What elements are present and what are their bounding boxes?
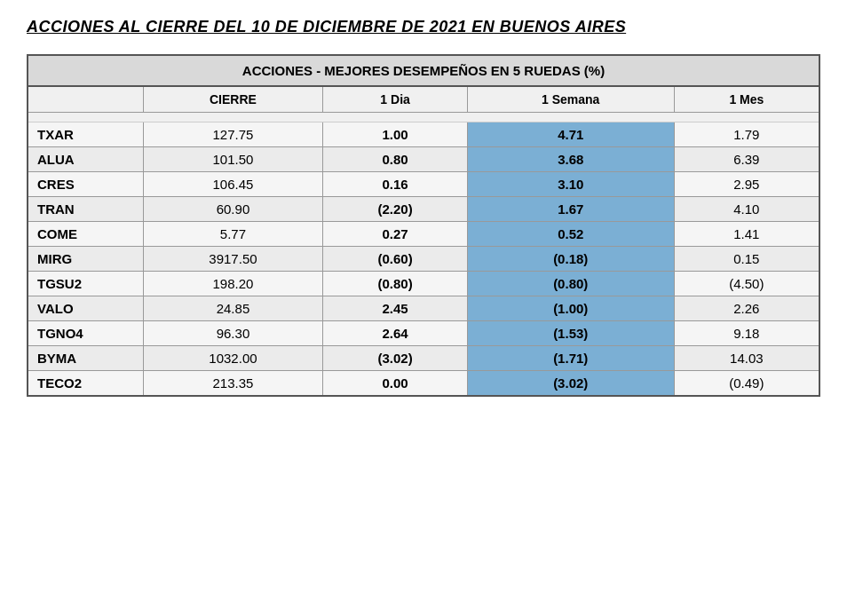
cell-mes: 14.03 xyxy=(674,346,819,371)
cell-dia: 2.64 xyxy=(323,321,467,346)
table-row: TGSU2198.20(0.80)(0.80)(4.50) xyxy=(28,272,819,296)
cell-mes: (4.50) xyxy=(674,272,819,296)
cell-mes: 2.95 xyxy=(674,172,819,197)
cell-semana: 3.10 xyxy=(467,172,674,197)
cell-semana: 3.68 xyxy=(467,147,674,172)
table-row: TECO2213.350.00(3.02)(0.49) xyxy=(28,371,819,397)
table-row: TRAN60.90(2.20)1.674.10 xyxy=(28,197,819,222)
spacer-row xyxy=(28,113,819,122)
cell-ticker: COME xyxy=(28,222,143,247)
cell-dia: 1.00 xyxy=(323,122,467,147)
cell-cierre: 1032.00 xyxy=(143,346,323,371)
cell-mes: 1.79 xyxy=(674,122,819,147)
cell-mes: 6.39 xyxy=(674,147,819,172)
table-row: ALUA101.500.803.686.39 xyxy=(28,147,819,172)
cell-ticker: TRAN xyxy=(28,197,143,222)
cell-semana: 1.67 xyxy=(467,197,674,222)
cell-dia: (0.80) xyxy=(323,272,467,296)
table-row: MIRG3917.50(0.60)(0.18)0.15 xyxy=(28,247,819,272)
cell-mes: 4.10 xyxy=(674,197,819,222)
cell-mes: 1.41 xyxy=(674,222,819,247)
column-header-row: CIERRE 1 Dia 1 Semana 1 Mes xyxy=(28,86,819,113)
table-row: TXAR127.751.004.711.79 xyxy=(28,122,819,147)
cell-dia: (3.02) xyxy=(323,346,467,371)
cell-semana: (0.18) xyxy=(467,247,674,272)
cell-mes: (0.49) xyxy=(674,371,819,397)
cell-cierre: 60.90 xyxy=(143,197,323,222)
cell-semana: (0.80) xyxy=(467,272,674,296)
cell-ticker: ALUA xyxy=(28,147,143,172)
cell-cierre: 101.50 xyxy=(143,147,323,172)
cell-dia: 2.45 xyxy=(323,296,467,321)
cell-dia: 0.27 xyxy=(323,222,467,247)
col-header-mes: 1 Mes xyxy=(674,86,819,113)
cell-mes: 9.18 xyxy=(674,321,819,346)
cell-dia: 0.00 xyxy=(323,371,467,397)
cell-cierre: 96.30 xyxy=(143,321,323,346)
cell-semana: (3.02) xyxy=(467,371,674,397)
cell-ticker: TGSU2 xyxy=(28,272,143,296)
cell-ticker: MIRG xyxy=(28,247,143,272)
cell-dia: 0.80 xyxy=(323,147,467,172)
section-header-row: ACCIONES - MEJORES DESEMPEÑOS EN 5 RUEDA… xyxy=(28,55,819,86)
cell-semana: (1.00) xyxy=(467,296,674,321)
page-title: ACCIONES AL CIERRE DEL 10 DE DICIEMBRE D… xyxy=(27,18,820,36)
cell-cierre: 127.75 xyxy=(143,122,323,147)
cell-ticker: TECO2 xyxy=(28,371,143,397)
cell-ticker: TXAR xyxy=(28,122,143,147)
cell-dia: (2.20) xyxy=(323,197,467,222)
cell-mes: 0.15 xyxy=(674,247,819,272)
cell-cierre: 198.20 xyxy=(143,272,323,296)
cell-semana: (1.71) xyxy=(467,346,674,371)
cell-cierre: 213.35 xyxy=(143,371,323,397)
table-row: CRES106.450.163.102.95 xyxy=(28,172,819,197)
table-row: VALO24.852.45(1.00)2.26 xyxy=(28,296,819,321)
cell-ticker: TGNO4 xyxy=(28,321,143,346)
table-body: TXAR127.751.004.711.79ALUA101.500.803.68… xyxy=(28,122,819,397)
cell-cierre: 3917.50 xyxy=(143,247,323,272)
table-row: COME5.770.270.521.41 xyxy=(28,222,819,247)
cell-ticker: VALO xyxy=(28,296,143,321)
main-table: ACCIONES - MEJORES DESEMPEÑOS EN 5 RUEDA… xyxy=(27,54,820,397)
table-row: BYMA1032.00(3.02)(1.71)14.03 xyxy=(28,346,819,371)
cell-semana: 4.71 xyxy=(467,122,674,147)
col-header-cierre: CIERRE xyxy=(143,86,323,113)
cell-semana: 0.52 xyxy=(467,222,674,247)
section-header: ACCIONES - MEJORES DESEMPEÑOS EN 5 RUEDA… xyxy=(28,55,819,86)
cell-dia: (0.60) xyxy=(323,247,467,272)
cell-cierre: 24.85 xyxy=(143,296,323,321)
cell-cierre: 5.77 xyxy=(143,222,323,247)
table-row: TGNO496.302.64(1.53)9.18 xyxy=(28,321,819,346)
cell-mes: 2.26 xyxy=(674,296,819,321)
cell-ticker: BYMA xyxy=(28,346,143,371)
page-wrapper: ACCIONES AL CIERRE DEL 10 DE DICIEMBRE D… xyxy=(27,18,820,397)
col-header-ticker xyxy=(28,86,143,113)
cell-semana: (1.53) xyxy=(467,321,674,346)
col-header-semana: 1 Semana xyxy=(467,86,674,113)
col-header-dia: 1 Dia xyxy=(323,86,467,113)
cell-ticker: CRES xyxy=(28,172,143,197)
cell-dia: 0.16 xyxy=(323,172,467,197)
cell-cierre: 106.45 xyxy=(143,172,323,197)
